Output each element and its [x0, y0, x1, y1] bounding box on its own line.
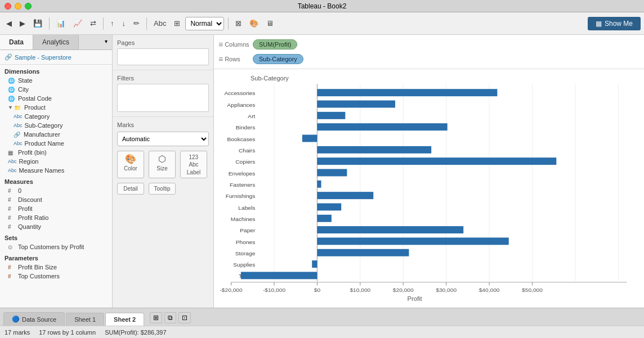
color-button[interactable]: 🎨	[247, 17, 261, 29]
window-controls	[5, 3, 32, 10]
abc-icon: Abc	[8, 168, 17, 173]
field-profit-ratio[interactable]: # Profit Ratio	[0, 213, 112, 222]
sheet2-label: Sheet 2	[114, 316, 136, 323]
field-0[interactable]: # 0	[0, 186, 112, 195]
panel-tab-arrow[interactable]: ▾	[100, 35, 112, 49]
data-source-tab[interactable]: 🔵 Data Source	[3, 312, 65, 326]
analytics-tab[interactable]: Analytics	[33, 35, 79, 49]
window-title: Tableau - Book2	[298, 2, 347, 10]
svg-rect-33	[317, 169, 347, 177]
field-label: Profit Bin Size	[18, 264, 57, 271]
field-top-customers-param[interactable]: # Top Customers	[0, 272, 112, 281]
show-me-button[interactable]: ▦ Show Me	[588, 17, 641, 30]
set-icon: ⊙	[8, 244, 16, 250]
label-button[interactable]: Abc	[151, 17, 169, 29]
abc-icon: Abc	[8, 159, 17, 164]
svg-text:Bookcases: Bookcases	[227, 136, 256, 142]
geo-icon: 🌐	[8, 87, 16, 93]
field-label: Top Customers by Profit	[18, 244, 84, 250]
back-button[interactable]: ◀	[3, 17, 15, 29]
svg-rect-34	[317, 181, 321, 188]
fit-button[interactable]: ⊠	[232, 17, 244, 29]
forward-button[interactable]: ▶	[17, 17, 28, 29]
field-top-customers[interactable]: ⊙ Top Customers by Profit	[0, 242, 112, 251]
hash-icon: #	[8, 273, 16, 280]
field-region[interactable]: Abc Region	[0, 157, 112, 166]
field-product-name[interactable]: Abc Product Name	[0, 139, 112, 148]
color-label: Color	[124, 165, 137, 172]
swap-button[interactable]: ⇄	[87, 17, 99, 29]
field-sub-category[interactable]: Abc Sub-Category	[0, 121, 112, 130]
field-manufacturer[interactable]: 🔗 Manufacturer	[0, 130, 112, 139]
svg-text:Furnishings: Furnishings	[226, 193, 256, 199]
svg-text:-$20,000: -$20,000	[220, 287, 243, 292]
pages-drop-area[interactable]	[117, 48, 209, 65]
field-label: Profit Ratio	[18, 214, 48, 221]
highlight-button[interactable]: ✏	[131, 17, 142, 29]
field-label: Postal Code	[18, 95, 52, 102]
data-source-label: 🔗 Sample - Superstore	[0, 50, 112, 65]
field-state[interactable]: 🌐 State	[0, 76, 112, 85]
tooltip-button[interactable]: Tooltip	[149, 183, 176, 195]
rows-pill[interactable]: Sub-Category	[253, 54, 303, 64]
label-button[interactable]: 123Abc Label	[180, 151, 207, 178]
label-label: Label	[187, 169, 200, 175]
geo-icon: 🌐	[8, 96, 16, 102]
sort-asc-button[interactable]: ↑	[108, 17, 117, 29]
dimensions-title: Dimensions	[0, 65, 112, 76]
left-panel: Data Analytics ▾ 🔗 Sample - Superstore D…	[0, 35, 113, 308]
svg-rect-26	[317, 89, 497, 96]
new-sheet-button[interactable]: ⊞	[150, 312, 162, 323]
save-button[interactable]: 💾	[30, 17, 45, 29]
separator-1	[49, 17, 50, 30]
tooltip-button[interactable]: 🖥	[263, 17, 276, 29]
link-icon: 🔗	[14, 132, 21, 138]
chart-type-button[interactable]: 📈	[70, 17, 85, 29]
svg-rect-27	[317, 101, 395, 108]
field-measure-names[interactable]: Abc Measure Names	[0, 166, 112, 175]
data-tab[interactable]: Data	[0, 35, 33, 49]
field-postal-code[interactable]: 🌐 Postal Code	[0, 94, 112, 103]
marks-type-select[interactable]: Automatic	[117, 132, 209, 146]
db-icon: 🔵	[12, 316, 20, 323]
sheet2-tab[interactable]: Sheet 2	[105, 313, 144, 326]
sum-profit: SUM(Profit): $286,397	[105, 329, 166, 336]
columns-shelf: ≡ Columns SUM(Profit)	[218, 37, 639, 52]
sheet1-tab[interactable]: Sheet 1	[66, 313, 104, 326]
color-button[interactable]: 🎨 Color	[117, 151, 144, 178]
field-profit-bin-size[interactable]: # Profit Bin Size	[0, 263, 112, 272]
svg-text:-$10,000: -$10,000	[263, 287, 286, 292]
field-profit-bin[interactable]: ▦ Profit (bin)	[0, 148, 112, 157]
size-button[interactable]: ⬡ Size	[149, 151, 176, 178]
close-button[interactable]	[5, 3, 11, 10]
svg-rect-29	[317, 123, 447, 130]
svg-rect-35	[317, 192, 373, 199]
filters-drop-area[interactable]	[117, 84, 209, 112]
sheet-tabs: 🔵 Data Source Sheet 1 Sheet 2 ⊞ ⧉ ⊡	[0, 308, 644, 326]
filters-label: Filters	[117, 75, 209, 82]
filters-shelf: Filters	[113, 70, 213, 117]
chart-svg: Accessories Appliances Art Binders Bookc…	[214, 84, 638, 302]
field-product-folder[interactable]: ▼ 📁 Product	[0, 103, 112, 112]
field-category[interactable]: Abc Category	[0, 112, 112, 121]
new-data-source-button[interactable]: 📊	[53, 17, 68, 29]
maximize-button[interactable]	[25, 3, 32, 10]
data-source-name[interactable]: Sample - Superstore	[15, 54, 71, 61]
svg-rect-42	[241, 272, 317, 279]
view-mode-select[interactable]: Normal	[185, 17, 224, 30]
field-quantity[interactable]: # Quantity	[0, 222, 112, 231]
sort-desc-button[interactable]: ↓	[119, 17, 129, 29]
columns-pill[interactable]: SUM(Profit)	[253, 39, 297, 49]
svg-text:$40,000: $40,000	[479, 287, 500, 292]
svg-text:$30,000: $30,000	[436, 287, 457, 292]
main-layout: Data Analytics ▾ 🔗 Sample - Superstore D…	[0, 35, 644, 308]
abc-icon: Abc	[14, 141, 23, 146]
field-city[interactable]: 🌐 City	[0, 85, 112, 94]
field-profit[interactable]: # Profit	[0, 204, 112, 213]
new-dashboard-button[interactable]: ⊡	[178, 312, 191, 323]
field-discount[interactable]: # Discount	[0, 195, 112, 204]
minimize-button[interactable]	[15, 3, 21, 10]
view-size-button[interactable]: ⊞	[171, 17, 183, 29]
detail-button[interactable]: Detail	[117, 183, 144, 195]
duplicate-sheet-button[interactable]: ⧉	[164, 312, 176, 323]
